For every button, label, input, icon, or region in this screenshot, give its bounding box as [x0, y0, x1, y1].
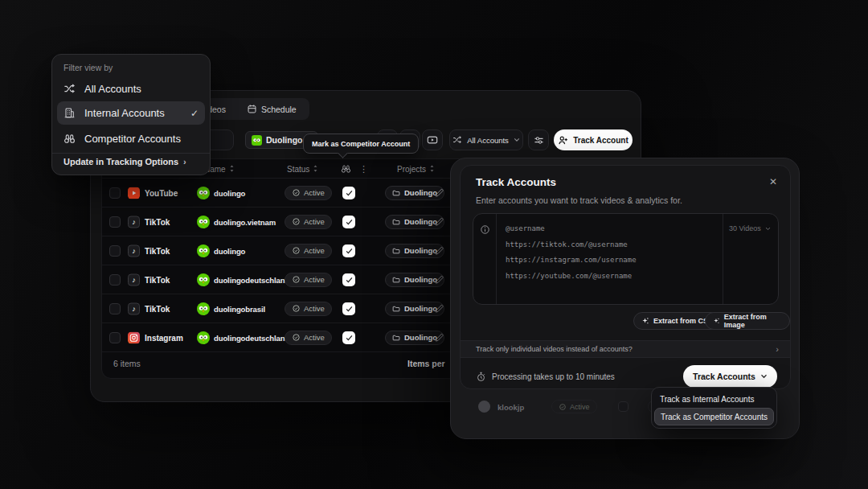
project-filter-chip-label: Duolingo — [266, 135, 303, 145]
column-projects[interactable]: Projects — [397, 164, 435, 173]
account-handle: duolingobrasil — [214, 304, 265, 313]
edit-icon[interactable] — [434, 332, 444, 343]
folder-icon — [392, 189, 400, 197]
sort-icon — [229, 165, 235, 173]
marked-checkbox[interactable] — [342, 331, 355, 344]
youtube-icon — [128, 187, 140, 199]
marked-checkbox[interactable] — [342, 273, 355, 286]
platform-name: YouTube — [145, 188, 178, 197]
input-placeholder: https://youtube.com/@username — [506, 272, 632, 280]
edit-icon[interactable] — [434, 187, 444, 198]
filter-menu-footer-label: Update in Tracking Options — [63, 157, 178, 166]
avatar — [197, 331, 210, 344]
row-checkbox[interactable] — [109, 274, 121, 286]
check-circle-icon — [292, 304, 301, 313]
row-checkbox[interactable] — [109, 245, 121, 257]
shuffle-icon — [452, 135, 462, 145]
edit-icon[interactable] — [434, 274, 444, 285]
platform-name: TikTok — [145, 304, 170, 313]
marked-checkbox[interactable] — [342, 244, 355, 257]
marked-checkbox[interactable] — [342, 302, 355, 315]
column-menu-icon[interactable]: ⋮ — [359, 163, 368, 174]
folder-icon — [392, 305, 400, 313]
column-status[interactable]: Status — [287, 164, 318, 173]
filter-item-competitor-accounts[interactable]: Competitor Accounts — [57, 127, 205, 150]
row-checkbox[interactable] — [109, 303, 121, 314]
platform-name: TikTok — [145, 217, 170, 226]
extract-image-label: Extract from Image — [724, 313, 782, 329]
stopwatch-icon — [476, 372, 486, 382]
chevron-right-icon: › — [776, 344, 779, 354]
menu-item-label: Track as Competitor Accounts — [661, 413, 768, 421]
filter-item-label: Internal Accounts — [84, 107, 165, 119]
account-handle: duolingo.vietnam — [214, 217, 276, 226]
items-count: 6 items — [113, 359, 141, 368]
accounts-filter-label: All Accounts — [467, 136, 509, 145]
extract-from-image-button[interactable]: Extract from Image — [705, 312, 790, 330]
row-checkbox[interactable] — [109, 332, 121, 343]
videos-count-select[interactable]: 30 Videos — [729, 224, 774, 232]
tiktok-icon: ♪ — [128, 273, 140, 286]
row-checkbox[interactable] — [109, 216, 121, 228]
filter-item-all-accounts[interactable]: All Accounts — [57, 77, 205, 100]
input-placeholder: @username — [506, 224, 545, 232]
filter-item-label: All Accounts — [84, 83, 141, 95]
menu-item-track-competitor[interactable]: Track as Competitor Accounts — [654, 408, 774, 425]
calendar-icon — [247, 104, 257, 114]
sparkle-icon — [713, 317, 720, 325]
items-per-page-label: Items per — [407, 359, 445, 368]
sort-icon — [429, 165, 435, 173]
accounts-filter-dropdown[interactable]: All Accounts — [449, 129, 523, 150]
marked-checkbox[interactable] — [342, 187, 355, 199]
input-placeholder: https://instagram.com/username — [506, 256, 637, 264]
videos-count-label: 30 Videos — [729, 224, 761, 232]
youtube-filter-button[interactable] — [422, 129, 443, 150]
marked-checkbox[interactable] — [342, 216, 355, 228]
status-badge: Active — [551, 400, 597, 413]
divider — [52, 153, 210, 154]
accounts-input[interactable]: @username https://tiktok.com/@username h… — [473, 213, 779, 305]
edit-icon[interactable] — [434, 245, 444, 256]
platform-name: TikTok — [145, 246, 170, 255]
track-account-button-label: Track Account — [573, 136, 628, 145]
tooltip-text: Mark as Competitor Account — [312, 140, 410, 148]
processing-note: Processing takes up to 10 minutes — [476, 365, 615, 388]
row-checkbox[interactable] — [109, 187, 121, 199]
tiktok-icon: ♪ — [128, 244, 140, 257]
account-handle: duolingodeutschland — [214, 333, 289, 342]
menu-item-track-internal[interactable]: Track as Internal Accounts — [654, 390, 774, 408]
avatar — [197, 302, 210, 315]
avatar — [197, 273, 210, 286]
column-marker[interactable] — [341, 163, 351, 174]
track-accounts-submit-button[interactable]: Track Accounts — [683, 365, 777, 388]
edit-icon[interactable] — [434, 303, 444, 314]
status-badge: Active — [285, 331, 332, 345]
filter-menu: Filter view by All Accounts Internal Acc… — [51, 54, 211, 175]
individual-videos-row[interactable]: Track only individual videos instead of … — [461, 340, 790, 358]
status-badge: Active — [285, 244, 332, 258]
avatar — [478, 401, 490, 413]
filter-item-internal-accounts[interactable]: Internal Accounts ✓ — [57, 101, 205, 125]
status-badge: Active — [285, 186, 332, 200]
close-icon[interactable]: ✕ — [769, 176, 777, 187]
edit-icon[interactable] — [434, 216, 444, 227]
folder-icon — [392, 276, 400, 284]
shuffle-icon — [63, 83, 76, 95]
processing-note-label: Processing takes up to 10 minutes — [492, 372, 615, 381]
chevron-down-icon — [514, 138, 520, 142]
filters-button[interactable] — [528, 129, 549, 150]
sliders-icon — [534, 135, 544, 146]
checkmark-icon: ✓ — [190, 108, 199, 119]
instagram-icon — [128, 331, 140, 343]
filter-menu-header: Filter view by — [63, 63, 113, 72]
tab-schedule[interactable]: Schedule — [237, 100, 306, 118]
avatar — [197, 187, 210, 199]
track-account-button[interactable]: Track Account — [554, 129, 633, 150]
chevron-down-icon — [760, 374, 768, 379]
menu-item-label: Track as Internal Accounts — [660, 395, 754, 404]
filter-menu-footer-link[interactable]: Update in Tracking Options › — [63, 157, 202, 166]
status-badge: Active — [285, 273, 332, 287]
tiktok-icon: ♪ — [128, 302, 140, 314]
youtube-icon — [427, 134, 438, 146]
avatar — [197, 244, 210, 257]
